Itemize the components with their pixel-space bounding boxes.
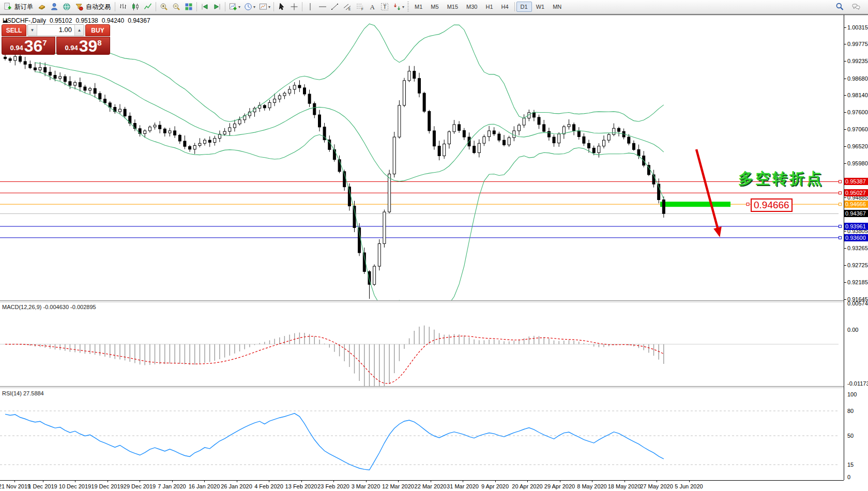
volume-increase-button[interactable]: ▲ [74, 25, 84, 36]
timeframe-mn-button[interactable]: MN [549, 2, 566, 12]
periods-button[interactable] [242, 1, 254, 12]
price-level-label: 0.93961 [844, 223, 868, 230]
trend-arrow-head[interactable] [713, 226, 722, 237]
candlestick [513, 131, 515, 137]
ask-price-display[interactable]: 0.94 39 8 [56, 37, 110, 55]
horizontal-line-button[interactable] [316, 1, 329, 12]
line-anchor-marker[interactable] [839, 225, 842, 228]
date-axis-label: 8 May 2020 [577, 483, 606, 489]
candlestick [498, 134, 500, 140]
date-axis-label: 1 Dec 2019 [28, 483, 57, 489]
vertical-line-button[interactable] [304, 1, 316, 12]
candlestick [24, 62, 26, 65]
macd-signal-line [5, 336, 664, 383]
candlestick [558, 134, 560, 143]
turning-point-annotation[interactable]: 多空转折点 [738, 168, 824, 189]
date-axis-label: 31 Mar 2020 [447, 483, 479, 489]
price-axis-tick-mark [844, 197, 846, 198]
support-highlight-bar[interactable] [660, 202, 730, 207]
price-axis-tick-mark [844, 299, 846, 300]
cursor-button[interactable] [276, 1, 288, 12]
volume-decrease-button[interactable]: ▼ [28, 25, 37, 36]
line-chart-button[interactable] [142, 1, 154, 12]
candlestick [398, 105, 401, 137]
trend-line-button[interactable] [329, 1, 341, 12]
periods-dropdown-arrow[interactable]: ▾ [253, 5, 255, 9]
candlestick-chart-button[interactable] [129, 1, 142, 12]
fibonacci-button[interactable]: F [354, 1, 366, 12]
bid-price-display[interactable]: 0.94 36 7 [2, 37, 55, 55]
timeframe-d1-button[interactable]: D1 [516, 2, 532, 12]
candlestick [178, 135, 181, 142]
rsi-axis-label: 100 [847, 391, 857, 397]
date-axis[interactable]: 21 Nov 20191 Dec 201910 Dec 201919 Dec 2… [0, 480, 844, 491]
zoom-out-button[interactable] [170, 1, 182, 12]
timeframe-w1-button[interactable]: W1 [532, 2, 549, 12]
line-anchor-marker[interactable] [839, 180, 842, 183]
crosshair-button[interactable] [288, 1, 300, 12]
candlestick [39, 68, 41, 70]
chart-shift-button[interactable] [211, 1, 223, 12]
auto-scroll-button[interactable] [199, 1, 211, 12]
timeframe-m30-button[interactable]: M30 [462, 2, 481, 12]
price-axis-tick-label: 0.98680 [847, 75, 868, 82]
equidistant-channel-button[interactable]: E [341, 1, 354, 12]
main-chart-pane[interactable] [0, 16, 844, 300]
market-watch-button[interactable] [36, 1, 48, 12]
search-button[interactable] [833, 1, 846, 12]
macd-label: MACD(12,26,9) -0.004630 -0.002895 [2, 304, 96, 310]
navigator-button[interactable] [48, 1, 60, 12]
timeframe-h1-button[interactable]: H1 [481, 2, 497, 12]
macd-pane[interactable] [0, 301, 844, 386]
price-axis-tick-label: 0.99775 [847, 41, 868, 47]
tile-windows-button[interactable] [182, 1, 195, 12]
arrows-button[interactable] [391, 1, 403, 12]
auto-trading-button[interactable] [73, 1, 85, 12]
indicators-button[interactable] [227, 1, 239, 12]
candlestick [553, 137, 555, 143]
indicators-dropdown-arrow[interactable]: ▾ [238, 5, 240, 9]
candlestick [428, 111, 431, 131]
rsi-pane[interactable] [0, 387, 844, 480]
navigator-icon [50, 3, 58, 11]
candlestick [348, 187, 351, 206]
timeframe-m1-button[interactable]: M1 [410, 2, 427, 12]
arrows-dropdown-arrow[interactable]: ▾ [402, 5, 404, 9]
sell-button[interactable]: SELL [2, 24, 26, 36]
timeframe-h4-button[interactable]: H4 [497, 2, 513, 12]
chat-button[interactable] [850, 1, 862, 12]
candlestick [607, 134, 610, 140]
ohlc-low: 0.94240 [102, 17, 124, 24]
toolbar-drag-handle[interactable] [407, 2, 409, 12]
candlestick [488, 131, 491, 137]
text-button[interactable]: A [366, 1, 378, 12]
price-tag-anchor[interactable] [747, 203, 749, 206]
svg-text:A: A [370, 3, 375, 11]
line-anchor-marker[interactable] [839, 236, 842, 239]
trend-arrow-line[interactable] [696, 149, 718, 228]
volume-input[interactable]: 1.00 [37, 25, 74, 36]
data-window-button[interactable] [60, 1, 73, 12]
trend-line-icon [331, 3, 339, 11]
toolbar-separator [196, 2, 197, 11]
zoom-in-button[interactable] [158, 1, 170, 12]
timeframe-m5-button[interactable]: M5 [427, 2, 443, 12]
new-order-button[interactable] [2, 1, 14, 12]
candlestick [592, 148, 595, 152]
candlestick [538, 117, 540, 125]
price-axis[interactable]: 1.003150.997750.992350.986800.981400.976… [844, 15, 868, 491]
line-anchor-marker[interactable] [839, 203, 842, 206]
line-anchor-marker[interactable] [839, 192, 842, 194]
candlestick [453, 125, 455, 132]
templates-dropdown-arrow[interactable]: ▾ [268, 5, 270, 9]
auto-trading-icon [75, 3, 83, 11]
one-click-trading-panel: SELL ▼ 1.00 ▲ BUY 0.94 36 7 0.94 39 8 [2, 24, 110, 55]
candlestick [273, 99, 276, 103]
bar-chart-button[interactable] [117, 1, 129, 12]
price-tag-annotation[interactable]: 0.94666 [751, 198, 793, 212]
text-label-button[interactable]: T [378, 1, 391, 12]
templates-button[interactable] [257, 1, 269, 12]
buy-button[interactable]: BUY [85, 24, 110, 36]
candlestick [508, 137, 510, 145]
timeframe-m15-button[interactable]: M15 [443, 2, 462, 12]
